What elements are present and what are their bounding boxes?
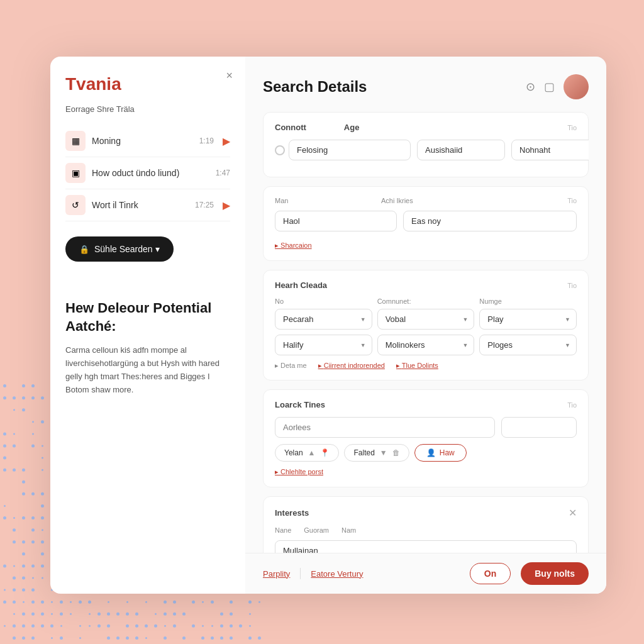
- interests-close[interactable]: ✕: [569, 507, 577, 519]
- molinokers-wrapper: Molinokers: [377, 335, 475, 355]
- loarck-inputs: [275, 417, 577, 438]
- numge-select[interactable]: Play: [479, 309, 577, 330]
- bottom-divider: [300, 568, 301, 579]
- loarck-input-1[interactable]: [275, 417, 495, 438]
- ploges-select[interactable]: Ploges: [479, 335, 577, 355]
- tlue-link[interactable]: ▸ Tlue Dolints: [396, 360, 438, 370]
- comnunet-label: Comnunet:: [377, 297, 475, 305]
- halify-select[interactable]: Halify: [275, 335, 372, 355]
- man-tio: Tio: [567, 197, 577, 204]
- age-label: Age: [344, 123, 360, 132]
- tag-yelan-up[interactable]: ▲: [308, 448, 316, 457]
- ploges-wrapper: Ploges: [479, 335, 577, 355]
- list-icon-3: ↺: [65, 195, 86, 215]
- loarck-title: Loarck Tines: [275, 400, 325, 409]
- list-items: ▦ Moning 1:19 ▶ ▣ How oduct ündo liund) …: [65, 125, 230, 221]
- right-panel-header: Search Details ⊙ ▢: [263, 74, 589, 99]
- tag-row: Yelan ▲ 📍 Falted ▼ 🗑 👤 Haw: [275, 444, 577, 462]
- tag-falted: Falted ▼ 🗑: [344, 444, 409, 462]
- interests-col-guoram: Guoram: [304, 526, 329, 534]
- main-container: × Tvania Eorrage Shre Träla ▦ Moning 1:1…: [50, 57, 606, 594]
- tag-yelan: Yelan ▲ 📍: [275, 444, 339, 462]
- list-time-1: 1:19: [199, 136, 214, 145]
- search-button[interactable]: 🔒 Sühle Searden ▾: [65, 236, 174, 262]
- add-tag-label: Haw: [440, 448, 455, 457]
- list-arrow-1: ▶: [223, 135, 230, 147]
- radio-felosing[interactable]: [275, 145, 285, 155]
- right-panel: Search Details ⊙ ▢ Connott Age: [245, 57, 606, 594]
- eatore-link[interactable]: Eatore Vertury: [311, 569, 363, 579]
- interests-header: Interests ✕: [275, 507, 577, 519]
- loarck-tio: Tio: [567, 401, 577, 409]
- man-input[interactable]: [275, 211, 397, 231]
- list-item[interactable]: ↺ Wort il Tinrk 17:25 ▶: [65, 189, 230, 221]
- interests-cols: Nane Guoram Nam: [275, 526, 577, 534]
- add-person-icon: 👤: [426, 448, 436, 457]
- on-button[interactable]: On: [470, 563, 511, 584]
- left-panel: × Tvania Eorrage Shre Träla ▦ Moning 1:1…: [50, 57, 245, 594]
- tag-falted-label: Falted: [353, 448, 374, 457]
- man-section: Man Achi Ikries Tio ▸ Sharcaion: [263, 186, 589, 261]
- deta-link[interactable]: ▸ Deta me: [275, 360, 307, 370]
- left-subtitle: Eorrage Shre Träla: [65, 104, 230, 114]
- connott-title: Connott: [275, 123, 306, 132]
- lower-section: Hew Deleour Potential Aatché: Carma cell…: [65, 287, 230, 396]
- no-select[interactable]: Pecarah: [275, 309, 372, 330]
- list-item[interactable]: ▣ How oduct ündo liund) 1:47: [65, 157, 230, 189]
- interests-col-nane: Nane: [275, 526, 291, 534]
- tag-yelan-pin[interactable]: 📍: [320, 448, 330, 457]
- close-icon[interactable]: ×: [226, 69, 233, 82]
- achi-input[interactable]: [403, 211, 577, 231]
- man-header-row: Man Achi Ikries Tio: [275, 197, 577, 204]
- hearh-title: Hearh Cleada: [275, 280, 327, 290]
- interests-col-nam: Nam: [341, 526, 356, 534]
- hearh-tio: Tio: [567, 282, 577, 289]
- list-arrow-3: ▶: [223, 199, 230, 211]
- sharcaion-link[interactable]: ▸ Sharcaion: [275, 240, 312, 249]
- list-label-1: Moning: [92, 136, 193, 146]
- header-icons: ⊙ ▢: [526, 74, 589, 99]
- tag-yelan-label: Yelan: [284, 448, 303, 457]
- tag-falted-down[interactable]: ▼: [380, 448, 387, 457]
- achi-label: Achi Ikries: [381, 197, 561, 204]
- loarck-section: Loarck Tines Tio Yelan ▲ 📍 Falted ▼: [263, 389, 589, 487]
- lock-icon: 🔒: [79, 245, 89, 254]
- tio-input[interactable]: [511, 140, 589, 160]
- numge-label: Numge: [479, 297, 577, 305]
- hearh-header: Hearh Cleada Tio: [275, 280, 577, 290]
- numge-select-wrapper: Play: [479, 309, 577, 330]
- clock-icon[interactable]: ⊙: [526, 80, 535, 94]
- age-input[interactable]: [417, 140, 505, 160]
- felosing-input[interactable]: [289, 140, 411, 160]
- loarck-header: Loarck Tines Tio: [275, 400, 577, 409]
- man-label: Man: [275, 197, 375, 204]
- square-icon[interactable]: ▢: [544, 80, 555, 94]
- interests-title: Interests: [275, 508, 309, 518]
- list-label-3: Wort il Tinrk: [92, 200, 189, 210]
- hearh-sub-links: ▸ Deta me ▸ Ciirrent indrorended ▸ Tlue …: [275, 360, 577, 370]
- list-item[interactable]: ▦ Moning 1:19 ▶: [65, 125, 230, 157]
- man-input-row: [275, 211, 577, 231]
- connott-section: Connott Age Tio: [263, 112, 589, 177]
- tag-falted-del[interactable]: 🗑: [392, 448, 400, 457]
- connott-fields: [275, 140, 577, 160]
- comnunet-select[interactable]: Vobal: [377, 309, 475, 330]
- list-time-3: 17:25: [195, 201, 214, 209]
- loarck-input-2[interactable]: [501, 417, 577, 438]
- bottom-bar: Parplity Eatore Vertury On Buy nolts: [245, 553, 606, 594]
- chlehlte-link[interactable]: ▸ Chlehlte porst: [275, 467, 323, 475]
- list-icon-1: ▦: [65, 131, 86, 151]
- lower-title: Hew Deleour Potential Aatché:: [65, 299, 230, 335]
- add-tag-button[interactable]: 👤 Haw: [414, 444, 467, 462]
- buy-button[interactable]: Buy nolts: [521, 562, 589, 585]
- lower-text: Carma celloun kiś adfn mompe al liverchi…: [65, 344, 230, 396]
- hearh-section: Hearh Cleada Tio No Comnunet: Numge Peca…: [263, 270, 589, 380]
- ciirrent-link[interactable]: ▸ Ciirrent indrorended: [318, 360, 385, 370]
- panel-title: Search Details: [263, 78, 367, 96]
- parplity-link[interactable]: Parplity: [263, 569, 290, 579]
- list-icon-2: ▣: [65, 163, 86, 183]
- molinokers-select[interactable]: Molinokers: [377, 335, 475, 355]
- app-title: Tvania: [65, 74, 230, 94]
- list-label-2: How oduct ündo liund): [92, 168, 209, 178]
- no-label: No: [275, 297, 372, 305]
